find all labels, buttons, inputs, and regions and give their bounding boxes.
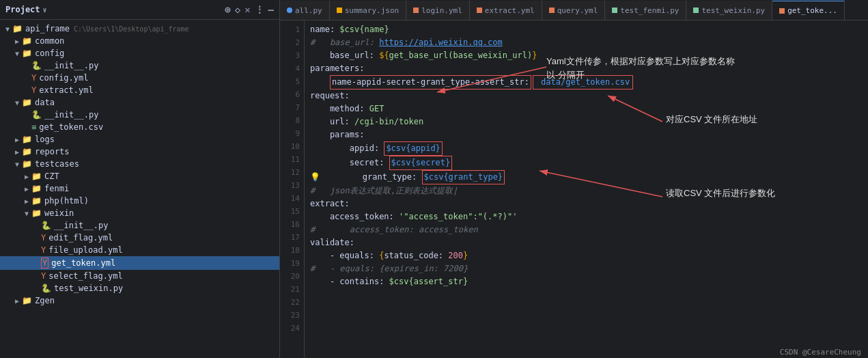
code-text: { — [379, 249, 384, 262]
item-label: php(html) — [44, 196, 89, 206]
minimize-icon[interactable]: — — [268, 4, 274, 15]
tree-item-get-token-csv[interactable]: ≡ get_token.csv — [0, 121, 279, 133]
spacer — [31, 222, 41, 230]
code-text: - equals: — [310, 249, 379, 262]
tab-test-weixin[interactable]: test_weixin.py — [686, 1, 772, 20]
watermark-text: CSDN @CesareCheung — [780, 348, 861, 357]
code-text — [310, 76, 330, 89]
tab-label: extract.yml — [485, 6, 535, 15]
tree-item-edit-flag-yml[interactable]: Y edit_flag.yml — [0, 232, 279, 244]
tree-item-init-py-2[interactable]: 🐍 __init__.py — [0, 109, 279, 121]
code-line-13: # json表达式提取,正则表达式提取| — [310, 184, 863, 197]
tree-item-logs[interactable]: ▶ 📁 logs — [0, 133, 279, 146]
tree-item-test-weixin-py[interactable]: 🐍 test_weixin.py — [0, 282, 279, 294]
code-text: } — [532, 49, 537, 62]
folder-icon: 📁 — [31, 184, 42, 193]
sidebar-header: Project ∨ ⊕ ◇ ✕ ⋮ — — [0, 0, 279, 20]
tree-item-config-yml[interactable]: Y config.yml — [0, 72, 279, 84]
folder-icon: 📁 — [22, 147, 32, 156]
tree-item-fenmi[interactable]: ▶ 📁 fenmi — [0, 182, 279, 195]
folder-icon: 📁 — [31, 208, 42, 218]
item-label: fenmi — [44, 184, 69, 193]
code-text: base_url: — [310, 49, 379, 62]
tree-item-file-upload-yml[interactable]: Y file_upload.yml — [0, 244, 279, 256]
item-label: testcases — [35, 159, 79, 169]
folder-icon: 📁 — [22, 36, 32, 46]
tree-item-data[interactable]: ▼ 📁 data — [0, 96, 279, 109]
spacer — [22, 87, 31, 94]
tab-label: test_weixin.py — [701, 6, 765, 15]
tab-label: test_fenmi.py — [620, 6, 679, 15]
tab-summary-json[interactable]: summary.json — [330, 1, 406, 20]
tabs-bar: all.py summary.json login.yml extract.ym… — [280, 0, 868, 20]
spacer — [22, 111, 31, 119]
code-text: /cgi-bin/token — [354, 115, 423, 128]
code-text: status_code: — [384, 249, 448, 262]
tree-item-config[interactable]: ▼ 📁 config — [0, 47, 279, 59]
sidebar-icons[interactable]: ⊕ ◇ ✕ ⋮ — — [225, 4, 274, 15]
tree-item-select-flag-yml[interactable]: Y select_flag.yml — [0, 270, 279, 282]
item-label: extract.yml — [39, 85, 93, 95]
tab-label: query.yml — [557, 6, 598, 15]
yml-icon: Y — [31, 85, 36, 95]
code-editor[interactable]: name: $csv{name} # base_url: https://api… — [305, 20, 868, 358]
item-label: select_flag.yml — [48, 271, 122, 281]
csv-highlight: $csv{secret} — [389, 156, 453, 170]
more-icon[interactable]: ⋮ — [255, 4, 264, 15]
expand-arrow: ▶ — [12, 297, 22, 305]
tree-item-get-token-yml[interactable]: Y get_token.yml — [0, 256, 279, 270]
code-text: '"access_token":"(.*?)"' — [399, 210, 517, 223]
code-line-18: - equals: {status_code: 200} — [310, 249, 863, 262]
tab-all-py[interactable]: all.py — [280, 1, 330, 20]
tree-item-reports[interactable]: ▶ 📁 reports — [0, 146, 279, 158]
item-label: __init__.py — [44, 61, 98, 70]
yml-icon: Y — [41, 271, 46, 281]
tree-item-common[interactable]: ▶ 📁 common — [0, 35, 279, 47]
close-icon[interactable]: ✕ — [244, 4, 250, 15]
code-line-11: secret: $csv{secret} — [310, 156, 863, 170]
folder-icon: 📁 — [31, 196, 42, 206]
tab-get-token-yml[interactable]: get_toke... — [772, 1, 845, 20]
tree-item-extract-yml[interactable]: Y extract.yml — [0, 84, 279, 96]
code-text: name: — [310, 23, 339, 36]
tab-login-yml[interactable]: login.yml — [406, 1, 470, 20]
tree-item-api-frame[interactable]: ▼ 📁 api_frame C:\Users\1\Desktop\api_fra… — [0, 23, 279, 35]
code-text: get_base_url(base_weixin_url) — [389, 49, 533, 62]
add-icon[interactable]: ⊕ — [225, 4, 230, 15]
expand-arrow: ▶ — [22, 197, 31, 205]
item-label: config.yml — [39, 73, 88, 83]
tree-item-Zgen[interactable]: ▶ 📁 Zgen — [0, 294, 279, 307]
code-text: access_token: — [310, 210, 399, 223]
code-text: # base_url: — [310, 36, 379, 49]
code-text: # - equals: {expires_in: 7200} — [310, 262, 468, 275]
spacer — [22, 124, 31, 131]
folder-icon: 📁 — [31, 171, 42, 181]
item-label: get_token.yml — [51, 258, 115, 268]
code-text: parameters: — [310, 62, 364, 75]
tab-label: get_toke... — [787, 6, 837, 15]
item-label: logs — [35, 135, 55, 144]
tab-icon-py-green — [693, 8, 699, 13]
sync-icon[interactable]: ◇ — [235, 4, 240, 15]
tree-item-weixin[interactable]: ▼ 📁 weixin — [0, 207, 279, 219]
params-highlight: name-appid-secret-grant_type-assert_str: — [330, 75, 531, 90]
tree-item-init-py-1[interactable]: 🐍 __init__.py — [0, 59, 279, 72]
item-label: get_token.csv — [39, 122, 103, 132]
tree-item-CZT[interactable]: ▶ 📁 CZT — [0, 170, 279, 182]
line-numbers: 1234 5678 9101112 13141516 17181920 2122… — [280, 20, 305, 358]
tab-test-fenmi[interactable]: test_fenmi.py — [605, 1, 686, 20]
code-text: - contains: — [310, 275, 389, 288]
tree-item-testcases[interactable]: ▼ 📁 testcases — [0, 158, 279, 170]
tab-query-yml[interactable]: query.yml — [542, 1, 606, 20]
tree-item-init-py-3[interactable]: 🐍 __init__.py — [0, 219, 279, 232]
py-icon: 🐍 — [31, 110, 42, 120]
sidebar: Project ∨ ⊕ ◇ ✕ ⋮ — ▼ 📁 api_frame C:\Use… — [0, 0, 280, 358]
expand-arrow: ▼ — [3, 25, 12, 33]
editor-content: 1234 5678 9101112 13141516 17181920 2122… — [280, 20, 868, 358]
tree-item-php-html[interactable]: ▶ 📁 php(html) — [0, 195, 279, 207]
code-text: } — [463, 249, 468, 262]
code-line-10: appid: $csv{appid} — [310, 141, 863, 156]
tab-label: login.yml — [421, 6, 462, 15]
tab-extract-yml[interactable]: extract.yml — [470, 1, 542, 20]
item-label: __init__.py — [44, 110, 98, 120]
